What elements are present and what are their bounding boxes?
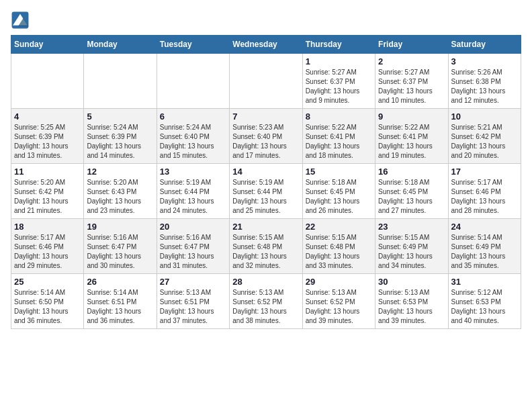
calendar-cell: 16Sunrise: 5:18 AM Sunset: 6:45 PM Dayli… xyxy=(375,164,448,219)
day-header-tuesday: Tuesday xyxy=(157,36,229,54)
calendar-cell xyxy=(84,54,157,109)
day-number: 3 xyxy=(451,56,518,66)
calendar-cell: 26Sunrise: 5:14 AM Sunset: 6:51 PM Dayli… xyxy=(84,274,157,329)
day-number: 26 xyxy=(87,277,153,287)
day-info: Sunrise: 5:17 AM Sunset: 6:46 PM Dayligh… xyxy=(451,178,518,216)
calendar-cell xyxy=(157,54,229,109)
header-row: SundayMondayTuesdayWednesdayThursdayFrid… xyxy=(11,36,521,54)
day-number: 19 xyxy=(87,222,153,232)
calendar-cell: 13Sunrise: 5:19 AM Sunset: 6:44 PM Dayli… xyxy=(157,164,229,219)
day-info: Sunrise: 5:24 AM Sunset: 6:39 PM Dayligh… xyxy=(87,123,153,161)
calendar-cell: 1Sunrise: 5:27 AM Sunset: 6:37 PM Daylig… xyxy=(302,54,375,109)
calendar-cell: 23Sunrise: 5:15 AM Sunset: 6:49 PM Dayli… xyxy=(375,219,448,274)
day-info: Sunrise: 5:13 AM Sunset: 6:52 PM Dayligh… xyxy=(306,288,372,326)
day-number: 8 xyxy=(306,111,372,122)
day-number: 24 xyxy=(451,222,518,232)
calendar-cell: 4Sunrise: 5:25 AM Sunset: 6:39 PM Daylig… xyxy=(11,109,84,164)
calendar-table: SundayMondayTuesdayWednesdayThursdayFrid… xyxy=(11,35,521,329)
calendar-cell: 17Sunrise: 5:17 AM Sunset: 6:46 PM Dayli… xyxy=(448,164,521,219)
week-row-1: 1Sunrise: 5:27 AM Sunset: 6:37 PM Daylig… xyxy=(11,54,521,109)
day-number: 25 xyxy=(14,277,81,287)
day-info: Sunrise: 5:14 AM Sunset: 6:50 PM Dayligh… xyxy=(14,288,81,326)
day-info: Sunrise: 5:23 AM Sunset: 6:40 PM Dayligh… xyxy=(232,123,299,161)
day-info: Sunrise: 5:15 AM Sunset: 6:49 PM Dayligh… xyxy=(378,233,445,271)
day-number: 12 xyxy=(87,167,153,177)
day-info: Sunrise: 5:27 AM Sunset: 6:37 PM Dayligh… xyxy=(378,68,445,105)
day-header-friday: Friday xyxy=(375,36,448,54)
day-info: Sunrise: 5:20 AM Sunset: 6:42 PM Dayligh… xyxy=(14,178,81,216)
day-header-saturday: Saturday xyxy=(448,36,521,54)
calendar-cell xyxy=(11,54,84,109)
day-info: Sunrise: 5:16 AM Sunset: 6:47 PM Dayligh… xyxy=(160,233,226,271)
day-info: Sunrise: 5:12 AM Sunset: 6:53 PM Dayligh… xyxy=(451,288,518,326)
day-info: Sunrise: 5:25 AM Sunset: 6:39 PM Dayligh… xyxy=(14,123,81,161)
calendar-cell: 20Sunrise: 5:16 AM Sunset: 6:47 PM Dayli… xyxy=(157,219,229,274)
calendar-cell: 24Sunrise: 5:14 AM Sunset: 6:49 PM Dayli… xyxy=(448,219,521,274)
calendar-cell: 12Sunrise: 5:20 AM Sunset: 6:43 PM Dayli… xyxy=(84,164,157,219)
calendar-cell: 27Sunrise: 5:13 AM Sunset: 6:51 PM Dayli… xyxy=(157,274,229,329)
day-number: 31 xyxy=(451,277,518,287)
calendar-cell xyxy=(230,54,302,109)
day-info: Sunrise: 5:15 AM Sunset: 6:48 PM Dayligh… xyxy=(306,233,372,271)
day-number: 15 xyxy=(306,167,372,177)
calendar-cell: 5Sunrise: 5:24 AM Sunset: 6:39 PM Daylig… xyxy=(84,109,157,164)
calendar-cell: 7Sunrise: 5:23 AM Sunset: 6:40 PM Daylig… xyxy=(230,109,302,164)
week-row-2: 4Sunrise: 5:25 AM Sunset: 6:39 PM Daylig… xyxy=(11,109,521,164)
day-header-sunday: Sunday xyxy=(11,36,84,54)
calendar-cell: 28Sunrise: 5:13 AM Sunset: 6:52 PM Dayli… xyxy=(230,274,302,329)
day-number: 17 xyxy=(451,167,518,177)
day-number: 21 xyxy=(232,222,299,232)
day-number: 4 xyxy=(14,111,81,122)
day-number: 30 xyxy=(378,277,445,287)
day-info: Sunrise: 5:19 AM Sunset: 6:44 PM Dayligh… xyxy=(232,178,299,216)
day-number: 6 xyxy=(160,111,226,122)
week-row-3: 11Sunrise: 5:20 AM Sunset: 6:42 PM Dayli… xyxy=(11,164,521,219)
day-header-monday: Monday xyxy=(84,36,157,54)
calendar-cell: 19Sunrise: 5:16 AM Sunset: 6:47 PM Dayli… xyxy=(84,219,157,274)
calendar-cell: 18Sunrise: 5:17 AM Sunset: 6:46 PM Dayli… xyxy=(11,219,84,274)
calendar-cell: 22Sunrise: 5:15 AM Sunset: 6:48 PM Dayli… xyxy=(302,219,375,274)
day-number: 18 xyxy=(14,222,81,232)
day-info: Sunrise: 5:13 AM Sunset: 6:53 PM Dayligh… xyxy=(378,288,445,326)
day-info: Sunrise: 5:14 AM Sunset: 6:49 PM Dayligh… xyxy=(451,233,518,271)
day-info: Sunrise: 5:13 AM Sunset: 6:52 PM Dayligh… xyxy=(232,288,299,326)
day-number: 11 xyxy=(14,167,81,177)
calendar-cell: 29Sunrise: 5:13 AM Sunset: 6:52 PM Dayli… xyxy=(302,274,375,329)
day-number: 20 xyxy=(160,222,226,232)
day-number: 27 xyxy=(160,277,226,287)
day-number: 2 xyxy=(378,56,445,66)
calendar-cell: 9Sunrise: 5:22 AM Sunset: 6:41 PM Daylig… xyxy=(375,109,448,164)
calendar-cell: 21Sunrise: 5:15 AM Sunset: 6:48 PM Dayli… xyxy=(230,219,302,274)
day-number: 29 xyxy=(306,277,372,287)
calendar-cell: 10Sunrise: 5:21 AM Sunset: 6:42 PM Dayli… xyxy=(448,109,521,164)
calendar-cell: 3Sunrise: 5:26 AM Sunset: 6:38 PM Daylig… xyxy=(448,54,521,109)
week-row-4: 18Sunrise: 5:17 AM Sunset: 6:46 PM Dayli… xyxy=(11,219,521,274)
calendar-cell: 25Sunrise: 5:14 AM Sunset: 6:50 PM Dayli… xyxy=(11,274,84,329)
day-number: 9 xyxy=(378,111,445,122)
day-info: Sunrise: 5:17 AM Sunset: 6:46 PM Dayligh… xyxy=(14,233,81,271)
day-info: Sunrise: 5:21 AM Sunset: 6:42 PM Dayligh… xyxy=(451,123,518,161)
day-number: 5 xyxy=(87,111,153,122)
day-number: 14 xyxy=(232,167,299,177)
day-number: 22 xyxy=(306,222,372,232)
page-header xyxy=(11,11,521,30)
day-info: Sunrise: 5:18 AM Sunset: 6:45 PM Dayligh… xyxy=(306,178,372,216)
day-header-wednesday: Wednesday xyxy=(230,36,302,54)
day-info: Sunrise: 5:20 AM Sunset: 6:43 PM Dayligh… xyxy=(87,178,153,216)
day-info: Sunrise: 5:18 AM Sunset: 6:45 PM Dayligh… xyxy=(378,178,445,216)
day-info: Sunrise: 5:26 AM Sunset: 6:38 PM Dayligh… xyxy=(451,68,518,105)
calendar-cell: 2Sunrise: 5:27 AM Sunset: 6:37 PM Daylig… xyxy=(375,54,448,109)
day-number: 10 xyxy=(451,111,518,122)
day-number: 16 xyxy=(378,167,445,177)
day-info: Sunrise: 5:22 AM Sunset: 6:41 PM Dayligh… xyxy=(306,123,372,161)
calendar-cell: 15Sunrise: 5:18 AM Sunset: 6:45 PM Dayli… xyxy=(302,164,375,219)
logo xyxy=(11,11,32,30)
calendar-cell: 31Sunrise: 5:12 AM Sunset: 6:53 PM Dayli… xyxy=(448,274,521,329)
calendar-cell: 8Sunrise: 5:22 AM Sunset: 6:41 PM Daylig… xyxy=(302,109,375,164)
day-info: Sunrise: 5:16 AM Sunset: 6:47 PM Dayligh… xyxy=(87,233,153,271)
day-info: Sunrise: 5:22 AM Sunset: 6:41 PM Dayligh… xyxy=(378,123,445,161)
day-number: 1 xyxy=(306,56,372,66)
calendar-cell: 11Sunrise: 5:20 AM Sunset: 6:42 PM Dayli… xyxy=(11,164,84,219)
calendar-cell: 6Sunrise: 5:24 AM Sunset: 6:40 PM Daylig… xyxy=(157,109,229,164)
calendar-cell: 14Sunrise: 5:19 AM Sunset: 6:44 PM Dayli… xyxy=(230,164,302,219)
